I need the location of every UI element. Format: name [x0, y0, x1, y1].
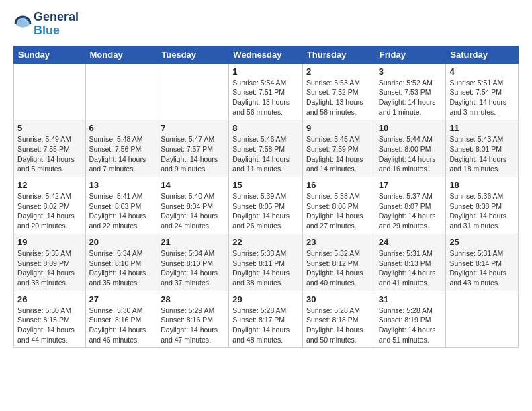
- calendar-week-row: 5Sunrise: 5:49 AM Sunset: 7:55 PM Daylig…: [14, 120, 519, 177]
- day-number: 29: [232, 294, 299, 304]
- day-info: Sunrise: 5:36 AM Sunset: 8:08 PM Dayligh…: [449, 191, 515, 231]
- day-number: 13: [89, 180, 154, 190]
- day-number: 23: [306, 237, 371, 247]
- day-number: 25: [449, 237, 515, 247]
- day-info: Sunrise: 5:37 AM Sunset: 8:07 PM Dayligh…: [379, 191, 443, 231]
- day-number: 24: [379, 237, 443, 247]
- calendar-day-cell: 7Sunrise: 5:47 AM Sunset: 7:57 PM Daylig…: [157, 120, 229, 177]
- calendar-day-cell: [14, 63, 86, 120]
- calendar-day-cell: 13Sunrise: 5:41 AM Sunset: 8:03 PM Dayli…: [85, 177, 157, 234]
- day-info: Sunrise: 5:28 AM Sunset: 8:19 PM Dayligh…: [379, 306, 443, 345]
- day-number: 12: [17, 180, 82, 190]
- calendar-header-row: SundayMondayTuesdayWednesdayThursdayFrid…: [14, 46, 519, 63]
- day-of-week-header: Monday: [85, 46, 157, 63]
- day-info: Sunrise: 5:28 AM Sunset: 8:17 PM Dayligh…: [232, 306, 299, 345]
- calendar-day-cell: 6Sunrise: 5:48 AM Sunset: 7:56 PM Daylig…: [85, 120, 157, 177]
- calendar-day-cell: [446, 291, 519, 348]
- day-number: 11: [449, 123, 515, 133]
- day-of-week-header: Sunday: [14, 46, 86, 63]
- day-number: 15: [232, 180, 299, 190]
- calendar-day-cell: 28Sunrise: 5:29 AM Sunset: 8:16 PM Dayli…: [157, 291, 229, 348]
- day-number: 21: [161, 237, 225, 247]
- day-info: Sunrise: 5:51 AM Sunset: 7:54 PM Dayligh…: [449, 78, 515, 118]
- day-number: 6: [89, 123, 154, 133]
- day-info: Sunrise: 5:41 AM Sunset: 8:03 PM Dayligh…: [89, 191, 154, 231]
- day-info: Sunrise: 5:45 AM Sunset: 7:59 PM Dayligh…: [306, 134, 371, 174]
- calendar-day-cell: 21Sunrise: 5:34 AM Sunset: 8:10 PM Dayli…: [157, 234, 229, 291]
- day-info: Sunrise: 5:30 AM Sunset: 8:15 PM Dayligh…: [17, 306, 82, 345]
- calendar-day-cell: 30Sunrise: 5:28 AM Sunset: 8:18 PM Dayli…: [302, 291, 375, 348]
- day-number: 17: [379, 180, 443, 190]
- calendar-day-cell: 17Sunrise: 5:37 AM Sunset: 8:07 PM Dayli…: [375, 177, 446, 234]
- day-info: Sunrise: 5:48 AM Sunset: 7:56 PM Dayligh…: [89, 134, 154, 174]
- page-container: General Blue SundayMondayTuesdayWednesda…: [0, 0, 532, 359]
- day-of-week-header: Tuesday: [157, 46, 229, 63]
- day-number: 20: [89, 237, 154, 247]
- day-info: Sunrise: 5:34 AM Sunset: 8:10 PM Dayligh…: [89, 248, 154, 288]
- day-info: Sunrise: 5:49 AM Sunset: 7:55 PM Dayligh…: [17, 134, 82, 174]
- day-number: 14: [161, 180, 225, 190]
- calendar-day-cell: 1Sunrise: 5:54 AM Sunset: 7:51 PM Daylig…: [229, 63, 303, 120]
- day-number: 9: [306, 123, 371, 133]
- day-info: Sunrise: 5:32 AM Sunset: 8:12 PM Dayligh…: [306, 248, 371, 288]
- calendar-day-cell: 25Sunrise: 5:31 AM Sunset: 8:14 PM Dayli…: [446, 234, 519, 291]
- day-number: 16: [306, 180, 371, 190]
- day-info: Sunrise: 5:53 AM Sunset: 7:52 PM Dayligh…: [306, 78, 371, 118]
- day-info: Sunrise: 5:28 AM Sunset: 8:18 PM Dayligh…: [306, 306, 371, 345]
- calendar-day-cell: 22Sunrise: 5:33 AM Sunset: 8:11 PM Dayli…: [229, 234, 303, 291]
- day-number: 3: [379, 66, 443, 77]
- day-info: Sunrise: 5:47 AM Sunset: 7:57 PM Dayligh…: [161, 134, 225, 174]
- calendar-week-row: 19Sunrise: 5:35 AM Sunset: 8:09 PM Dayli…: [14, 234, 519, 291]
- calendar-day-cell: 16Sunrise: 5:38 AM Sunset: 8:06 PM Dayli…: [302, 177, 375, 234]
- calendar-day-cell: 31Sunrise: 5:28 AM Sunset: 8:19 PM Dayli…: [375, 291, 446, 348]
- day-info: Sunrise: 5:33 AM Sunset: 8:11 PM Dayligh…: [232, 248, 299, 288]
- calendar-week-row: 26Sunrise: 5:30 AM Sunset: 8:15 PM Dayli…: [14, 291, 519, 348]
- day-number: 31: [379, 294, 443, 304]
- day-info: Sunrise: 5:54 AM Sunset: 7:51 PM Dayligh…: [232, 78, 299, 118]
- calendar-day-cell: 18Sunrise: 5:36 AM Sunset: 8:08 PM Dayli…: [446, 177, 519, 234]
- day-number: 8: [232, 123, 299, 133]
- day-info: Sunrise: 5:38 AM Sunset: 8:06 PM Dayligh…: [306, 191, 371, 231]
- calendar-day-cell: 19Sunrise: 5:35 AM Sunset: 8:09 PM Dayli…: [14, 234, 86, 291]
- calendar-day-cell: 26Sunrise: 5:30 AM Sunset: 8:15 PM Dayli…: [14, 291, 86, 348]
- day-of-week-header: Friday: [375, 46, 446, 63]
- page-header: General Blue: [13, 11, 519, 38]
- calendar-day-cell: 4Sunrise: 5:51 AM Sunset: 7:54 PM Daylig…: [446, 63, 519, 120]
- calendar-week-row: 1Sunrise: 5:54 AM Sunset: 7:51 PM Daylig…: [14, 63, 519, 120]
- calendar-table: SundayMondayTuesdayWednesdayThursdayFrid…: [13, 46, 519, 349]
- day-number: 19: [17, 237, 82, 247]
- calendar-day-cell: [157, 63, 229, 120]
- day-number: 2: [306, 66, 371, 77]
- day-number: 1: [232, 66, 299, 77]
- day-number: 26: [17, 294, 82, 304]
- day-info: Sunrise: 5:44 AM Sunset: 8:00 PM Dayligh…: [379, 134, 443, 174]
- day-info: Sunrise: 5:31 AM Sunset: 8:13 PM Dayligh…: [379, 248, 443, 288]
- day-number: 4: [449, 66, 515, 77]
- day-number: 10: [379, 123, 443, 133]
- calendar-day-cell: 23Sunrise: 5:32 AM Sunset: 8:12 PM Dayli…: [302, 234, 375, 291]
- calendar-day-cell: 29Sunrise: 5:28 AM Sunset: 8:17 PM Dayli…: [229, 291, 303, 348]
- calendar-day-cell: 27Sunrise: 5:30 AM Sunset: 8:16 PM Dayli…: [85, 291, 157, 348]
- day-number: 22: [232, 237, 299, 247]
- day-number: 7: [161, 123, 225, 133]
- day-info: Sunrise: 5:42 AM Sunset: 8:02 PM Dayligh…: [17, 191, 82, 231]
- calendar-day-cell: 24Sunrise: 5:31 AM Sunset: 8:13 PM Dayli…: [375, 234, 446, 291]
- calendar-day-cell: 12Sunrise: 5:42 AM Sunset: 8:02 PM Dayli…: [14, 177, 86, 234]
- calendar-day-cell: 15Sunrise: 5:39 AM Sunset: 8:05 PM Dayli…: [229, 177, 303, 234]
- day-info: Sunrise: 5:46 AM Sunset: 7:58 PM Dayligh…: [232, 134, 299, 174]
- day-of-week-header: Wednesday: [229, 46, 303, 63]
- logo-icon: [13, 15, 32, 34]
- day-of-week-header: Thursday: [302, 46, 375, 63]
- calendar-day-cell: 11Sunrise: 5:43 AM Sunset: 8:01 PM Dayli…: [446, 120, 519, 177]
- day-info: Sunrise: 5:29 AM Sunset: 8:16 PM Dayligh…: [161, 306, 225, 345]
- calendar-day-cell: 14Sunrise: 5:40 AM Sunset: 8:04 PM Dayli…: [157, 177, 229, 234]
- day-info: Sunrise: 5:40 AM Sunset: 8:04 PM Dayligh…: [161, 191, 225, 231]
- day-info: Sunrise: 5:31 AM Sunset: 8:14 PM Dayligh…: [449, 248, 515, 288]
- calendar-day-cell: 20Sunrise: 5:34 AM Sunset: 8:10 PM Dayli…: [85, 234, 157, 291]
- day-number: 28: [161, 294, 225, 304]
- day-info: Sunrise: 5:52 AM Sunset: 7:53 PM Dayligh…: [379, 78, 443, 118]
- calendar-day-cell: 10Sunrise: 5:44 AM Sunset: 8:00 PM Dayli…: [375, 120, 446, 177]
- day-info: Sunrise: 5:34 AM Sunset: 8:10 PM Dayligh…: [161, 248, 225, 288]
- day-number: 30: [306, 294, 371, 304]
- day-of-week-header: Saturday: [446, 46, 519, 63]
